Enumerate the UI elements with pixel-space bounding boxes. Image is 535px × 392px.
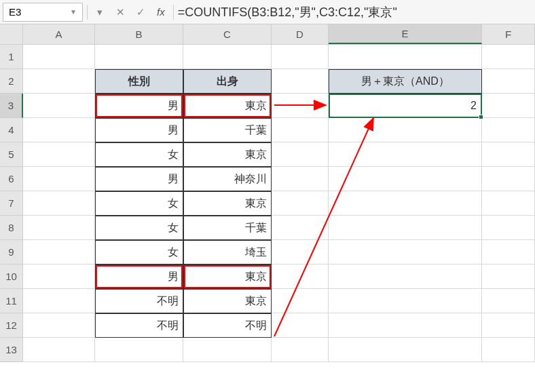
cell-F11[interactable] xyxy=(482,289,535,313)
cell-A10[interactable] xyxy=(23,264,95,289)
row-header-2[interactable]: 2 xyxy=(0,69,23,94)
cell-A11[interactable] xyxy=(23,289,95,313)
col-header-B[interactable]: B xyxy=(95,24,183,44)
row-header-7[interactable]: 7 xyxy=(0,191,23,216)
cell-D13[interactable] xyxy=(272,338,329,362)
col-header-D[interactable]: D xyxy=(272,24,329,44)
cell-F10[interactable] xyxy=(482,264,535,289)
fx-icon[interactable]: fx xyxy=(157,6,165,18)
cell-D10[interactable] xyxy=(272,264,329,289)
cell-C5[interactable]: 東京 xyxy=(183,142,272,167)
cell-A2[interactable] xyxy=(23,69,95,94)
header-gender[interactable]: 性別 xyxy=(95,69,183,94)
row-header-4[interactable]: 4 xyxy=(0,118,23,142)
cell-C3[interactable]: 東京 xyxy=(183,94,272,118)
cell-C4[interactable]: 千葉 xyxy=(183,118,272,142)
row-header-5[interactable]: 5 xyxy=(0,142,23,167)
select-all[interactable] xyxy=(0,24,23,44)
enter-icon[interactable]: ✓ xyxy=(132,4,149,20)
col-header-C[interactable]: C xyxy=(183,24,272,44)
col-header-A[interactable]: A xyxy=(23,24,95,44)
cell-C11[interactable]: 東京 xyxy=(183,289,272,313)
cell-B10[interactable]: 男 xyxy=(95,264,183,289)
cell-E1[interactable] xyxy=(329,45,482,69)
cell-C1[interactable] xyxy=(183,45,272,69)
cell-A1[interactable] xyxy=(23,45,95,69)
cell-A9[interactable] xyxy=(23,240,95,264)
cell-B4[interactable]: 男 xyxy=(95,118,183,142)
name-box[interactable]: E3 ▼ xyxy=(3,3,83,22)
cell-A4[interactable] xyxy=(23,118,95,142)
cell-F4[interactable] xyxy=(482,118,535,142)
cell-C8[interactable]: 千葉 xyxy=(183,216,272,240)
cell-F9[interactable] xyxy=(482,240,535,264)
cell-C10[interactable]: 東京 xyxy=(183,264,272,289)
cell-E3-result[interactable]: 2 xyxy=(329,94,482,118)
cell-A13[interactable] xyxy=(23,338,95,362)
cell-B13[interactable] xyxy=(95,338,183,362)
row-header-10[interactable]: 10 xyxy=(0,264,23,289)
cell-D1[interactable] xyxy=(272,45,329,69)
row-header-1[interactable]: 1 xyxy=(0,45,23,69)
row-header-12[interactable]: 12 xyxy=(0,313,23,338)
cell-D3[interactable] xyxy=(272,94,329,118)
cell-A8[interactable] xyxy=(23,216,95,240)
cell-C12[interactable]: 不明 xyxy=(183,313,272,338)
cell-E7[interactable] xyxy=(329,191,482,216)
cell-E13[interactable] xyxy=(329,338,482,362)
cell-F1[interactable] xyxy=(482,45,535,69)
cell-A12[interactable] xyxy=(23,313,95,338)
cell-F13[interactable] xyxy=(482,338,535,362)
cell-F12[interactable] xyxy=(482,313,535,338)
header-origin[interactable]: 出身 xyxy=(183,69,272,94)
cell-B12[interactable]: 不明 xyxy=(95,313,183,338)
cell-F8[interactable] xyxy=(482,216,535,240)
cell-C6[interactable]: 神奈川 xyxy=(183,167,272,191)
cell-B3[interactable]: 男 xyxy=(95,94,183,118)
row-header-3[interactable]: 3 xyxy=(0,94,23,118)
cell-F3[interactable] xyxy=(482,94,535,118)
cell-C7[interactable]: 東京 xyxy=(183,191,272,216)
formula-input[interactable]: =COUNTIFS(B3:B12,"男",C3:C12,"東京" xyxy=(178,4,532,20)
cell-E10[interactable] xyxy=(329,264,482,289)
cell-B8[interactable]: 女 xyxy=(95,216,183,240)
cell-E9[interactable] xyxy=(329,240,482,264)
cell-F2[interactable] xyxy=(482,69,535,94)
cell-D6[interactable] xyxy=(272,167,329,191)
cell-D7[interactable] xyxy=(272,191,329,216)
row-header-11[interactable]: 11 xyxy=(0,289,23,313)
cell-E5[interactable] xyxy=(329,142,482,167)
row-header-9[interactable]: 9 xyxy=(0,240,23,264)
row-header-8[interactable]: 8 xyxy=(0,216,23,240)
cell-A3[interactable] xyxy=(23,94,95,118)
cell-B5[interactable]: 女 xyxy=(95,142,183,167)
cell-A6[interactable] xyxy=(23,167,95,191)
cell-E12[interactable] xyxy=(329,313,482,338)
cell-B9[interactable]: 女 xyxy=(95,240,183,264)
row-header-13[interactable]: 13 xyxy=(0,338,23,362)
cell-B1[interactable] xyxy=(95,45,183,69)
cell-C9[interactable]: 埼玉 xyxy=(183,240,272,264)
cell-E11[interactable] xyxy=(329,289,482,313)
expand-icon[interactable]: ▾ xyxy=(92,4,108,20)
cell-F6[interactable] xyxy=(482,167,535,191)
col-header-E[interactable]: E xyxy=(329,24,482,44)
cell-D8[interactable] xyxy=(272,216,329,240)
cell-D5[interactable] xyxy=(272,142,329,167)
cell-E4[interactable] xyxy=(329,118,482,142)
header-result[interactable]: 男＋東京（AND） xyxy=(329,69,482,94)
cell-B7[interactable]: 女 xyxy=(95,191,183,216)
cell-F7[interactable] xyxy=(482,191,535,216)
row-header-6[interactable]: 6 xyxy=(0,167,23,191)
cell-A7[interactable] xyxy=(23,191,95,216)
cell-D4[interactable] xyxy=(272,118,329,142)
cell-D11[interactable] xyxy=(272,289,329,313)
cancel-icon[interactable]: ✕ xyxy=(112,4,128,20)
cell-D2[interactable] xyxy=(272,69,329,94)
cell-B11[interactable]: 不明 xyxy=(95,289,183,313)
fill-handle[interactable] xyxy=(479,115,483,119)
cell-E8[interactable] xyxy=(329,216,482,240)
cell-D9[interactable] xyxy=(272,240,329,264)
col-header-F[interactable]: F xyxy=(482,24,535,44)
cell-A5[interactable] xyxy=(23,142,95,167)
